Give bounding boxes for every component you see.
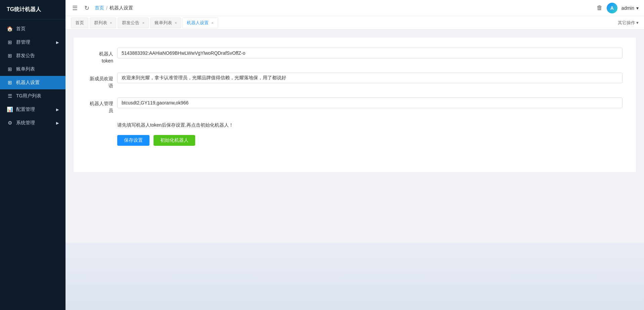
welcome-msg-row: 新成员欢迎 语 [87,73,622,89]
tab-group-notice-label: 群发公告 [122,20,139,26]
sidebar-item-config-mgmt[interactable]: 📊 配置管理 ▶ [0,103,66,116]
header-left: ☰ ↻ 首页 / 机器人设置 [71,3,593,13]
chevron-right-icon-3: ▶ [56,121,59,125]
other-ops-dropdown[interactable]: 其它操作 ▾ [618,20,639,26]
sidebar-item-label: TG用户列表 [16,93,41,99]
bottom-gradient [66,243,644,310]
sidebar-item-label: 首页 [16,26,26,32]
chevron-right-icon-2: ▶ [56,107,59,112]
refresh-button[interactable]: ↻ [83,3,91,13]
tab-group-notice-close[interactable]: × [142,21,144,25]
button-group: 保存设置 初始化机器人 [87,135,622,146]
tab-group-notice[interactable]: 群发公告 × [118,17,148,28]
main-area: ☰ ↻ 首页 / 机器人设置 🗑 A admin ▾ 首页 群列表 × [66,0,644,310]
chart-icon: 📊 [7,106,13,113]
sidebar-item-system-mgmt[interactable]: ⚙ 系统管理 ▶ [0,116,66,130]
tabs-bar: 首页 群列表 × 群发公告 × 账单列表 × 机器人设置 × 其它操作 ▾ [66,16,644,30]
tab-group-list-close[interactable]: × [110,21,112,25]
robot-token-label: 机器人 token [87,48,117,64]
tab-home-label: 首页 [75,20,84,26]
content-card: 机器人 token 新成员欢迎 语 机器人管理 员 请先填写机器 [74,38,636,172]
sidebar-item-group-mgmt[interactable]: ⊞ 群管理 ▶ [0,36,66,49]
sidebar-item-home[interactable]: 🏠 首页 [0,22,66,36]
tab-robot-settings-label: 机器人设置 [187,20,209,26]
welcome-label: 新成员欢迎 语 [87,73,117,89]
sidebar-item-account-list[interactable]: ⊞ 账单列表 [0,62,66,76]
admin-input[interactable] [117,97,622,108]
sidebar-logo: TG统计机器人 [0,0,66,19]
sidebar-item-label: 配置管理 [16,106,35,113]
top-header: ☰ ↻ 首页 / 机器人设置 🗑 A admin ▾ [66,0,644,16]
username-label: admin [621,5,634,11]
robot-token-field [117,48,622,58]
robot-token-row: 机器人 token [87,48,622,64]
sidebar-item-robot-settings[interactable]: ⊞ 机器人设置 [0,76,66,89]
sidebar-item-label: 系统管理 [16,120,35,126]
delete-button[interactable]: 🗑 [597,4,603,11]
tab-account-list-label: 账单列表 [155,20,172,26]
welcome-field [117,73,622,83]
robot-token-input[interactable] [117,48,622,58]
grid-icon-3: ⊞ [7,66,13,72]
menu-toggle-button[interactable]: ☰ [71,3,79,13]
admin-field [117,97,622,108]
admin-label: 机器人管理 员 [87,97,117,114]
breadcrumb: 首页 / 机器人设置 [95,5,133,11]
notice-text: 请先填写机器人token后保存设置,再点击初始化机器人！ [87,122,622,128]
dropdown-icon: ▾ [636,5,639,11]
sidebar-item-label: 账单列表 [16,66,35,72]
list-icon: ☰ [7,93,13,99]
sidebar-item-tg-users[interactable]: ☰ TG用户列表 [0,89,66,103]
sidebar-item-group-notice[interactable]: ⊞ 群发公告 [0,49,66,62]
grid-icon: ⊞ [7,39,13,45]
tab-group-list[interactable]: 群列表 × [90,17,116,28]
tab-account-list-close[interactable]: × [175,21,177,25]
tab-robot-settings-close[interactable]: × [211,21,213,25]
sidebar-item-label: 群发公告 [16,53,35,59]
tab-group-list-label: 群列表 [94,20,107,26]
breadcrumb-current: 机器人设置 [110,5,133,11]
chevron-right-icon: ▶ [56,40,59,45]
other-ops-icon: ▾ [636,20,639,25]
other-ops-label: 其它操作 [618,20,635,26]
breadcrumb-home[interactable]: 首页 [95,5,104,11]
sidebar-nav: 🏠 首页 ⊞ 群管理 ▶ ⊞ 群发公告 ⊞ 账单列表 ⊞ 机器人设置 ☰ TG用… [0,19,66,132]
admin-row: 机器人管理 员 [87,97,622,114]
welcome-input[interactable] [117,73,622,83]
grid-icon-2: ⊞ [7,53,13,59]
init-robot-button[interactable]: 初始化机器人 [154,135,195,146]
content-area: 机器人 token 新成员欢迎 语 机器人管理 员 请先填写机器 [66,30,644,243]
sidebar-item-label: 机器人设置 [16,80,40,86]
gear-icon: ⚙ [7,120,13,126]
sidebar: TG统计机器人 🏠 首页 ⊞ 群管理 ▶ ⊞ 群发公告 ⊞ 账单列表 ⊞ 机器人… [0,0,66,310]
tab-robot-settings[interactable]: 机器人设置 × [182,17,218,28]
tab-home[interactable]: 首页 [71,17,88,28]
tab-account-list[interactable]: 账单列表 × [150,17,181,28]
sidebar-item-label: 群管理 [16,39,30,45]
home-icon: 🏠 [7,26,13,32]
user-info[interactable]: admin ▾ [621,5,639,11]
breadcrumb-separator: / [106,5,108,11]
save-button[interactable]: 保存设置 [117,135,149,146]
grid-icon-4: ⊞ [7,80,13,86]
header-right: 🗑 A admin ▾ [597,3,639,13]
tabs-list: 首页 群列表 × 群发公告 × 账单列表 × 机器人设置 × [71,17,218,28]
avatar: A [607,3,617,13]
